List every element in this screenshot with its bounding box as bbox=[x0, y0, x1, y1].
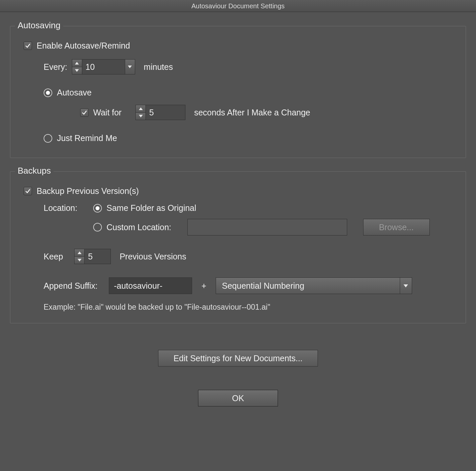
keep-suffix: Previous Versions bbox=[119, 252, 186, 261]
plus-label: + bbox=[197, 281, 211, 291]
edit-new-documents-button[interactable]: Edit Settings for New Documents... bbox=[158, 350, 318, 367]
stepper-down-icon[interactable] bbox=[136, 113, 145, 120]
autosaving-legend: Autosaving bbox=[15, 20, 63, 31]
every-label: Every: bbox=[44, 62, 67, 72]
wait-suffix: seconds After I Make a Change bbox=[194, 108, 310, 117]
keep-value[interactable]: 5 bbox=[85, 249, 111, 264]
autosaving-group: Autosaving Enable Autosave/Remind Every:… bbox=[10, 26, 466, 158]
remind-radio-label: Just Remind Me bbox=[57, 133, 117, 143]
location-label: Location: bbox=[44, 203, 89, 213]
append-suffix-label: Append Suffix: bbox=[44, 281, 98, 291]
custom-location-radio[interactable] bbox=[93, 223, 102, 232]
enable-autosave-checkbox[interactable] bbox=[24, 42, 32, 50]
custom-location-label: Custom Location: bbox=[107, 223, 171, 232]
autosave-radio[interactable] bbox=[44, 88, 52, 97]
backups-legend: Backups bbox=[15, 166, 54, 176]
keep-label: Keep bbox=[44, 252, 63, 261]
keep-stepper[interactable]: 5 bbox=[74, 249, 111, 264]
same-folder-radio[interactable] bbox=[93, 204, 102, 213]
enable-autosave-label: Enable Autosave/Remind bbox=[37, 41, 130, 51]
chevron-down-icon[interactable] bbox=[400, 278, 412, 294]
every-stepper[interactable]: 10 bbox=[72, 59, 135, 75]
stepper-up-icon[interactable] bbox=[72, 60, 82, 67]
wait-checkbox[interactable] bbox=[80, 108, 89, 117]
stepper-up-icon[interactable] bbox=[136, 105, 145, 113]
window-title: Autosaviour Document Settings bbox=[0, 0, 476, 12]
backup-label: Backup Previous Version(s) bbox=[37, 186, 139, 196]
custom-location-input[interactable] bbox=[187, 219, 347, 236]
every-unit: minutes bbox=[144, 62, 173, 72]
stepper-up-icon[interactable] bbox=[75, 249, 84, 257]
suffix-input[interactable]: -autosaviour- bbox=[109, 277, 192, 294]
backup-checkbox[interactable] bbox=[24, 187, 32, 195]
same-folder-label: Same Folder as Original bbox=[107, 203, 196, 213]
stepper-down-icon[interactable] bbox=[72, 67, 82, 75]
wait-value[interactable]: 5 bbox=[146, 105, 185, 120]
every-value[interactable]: 10 bbox=[82, 60, 125, 74]
ok-button[interactable]: OK bbox=[198, 390, 278, 406]
numbering-dropdown[interactable]: Sequential Numbering bbox=[216, 277, 412, 294]
backups-group: Backups Backup Previous Version(s) Locat… bbox=[10, 171, 466, 323]
remind-radio[interactable] bbox=[44, 134, 52, 143]
autosave-radio-label: Autosave bbox=[57, 88, 92, 97]
stepper-down-icon[interactable] bbox=[75, 257, 84, 264]
example-text: Example: "File.ai" would be backed up to… bbox=[44, 303, 452, 312]
wait-stepper[interactable]: 5 bbox=[135, 105, 185, 120]
browse-button[interactable]: Browse... bbox=[363, 219, 430, 236]
every-dropdown-icon[interactable] bbox=[125, 60, 135, 74]
numbering-value: Sequential Numbering bbox=[216, 278, 400, 294]
wait-label: Wait for bbox=[93, 108, 121, 117]
